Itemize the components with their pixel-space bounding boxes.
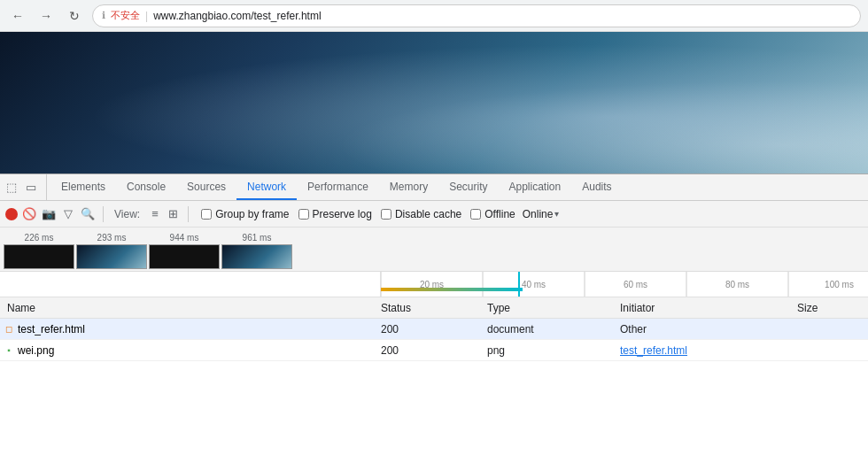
thumbnail-item: 944 ms (149, 233, 220, 269)
timeline-ruler-container: 20 ms 40 ms 60 ms 80 ms 100 ms 120 ms 14… (0, 272, 868, 297)
devtools-panel: ⬚ ▭ Elements Console Sources Network Per… (0, 174, 868, 361)
thumbnail-timestamp: 226 ms (25, 233, 54, 243)
security-label: 不安全 (111, 9, 140, 22)
row-filename: test_refer.html (18, 323, 85, 335)
online-label: Online (523, 208, 554, 220)
view-label: View: (114, 208, 140, 220)
table-header: Name Status Type Initiator Size (0, 297, 868, 319)
offline-label: Offline (484, 208, 515, 220)
group-by-frame-checkbox[interactable] (201, 209, 212, 220)
tab-network[interactable]: Network (236, 174, 297, 200)
thumbnail-timestamp: 944 ms (170, 233, 199, 243)
url-text: www.zhangbiao.com/test_refer.html (153, 10, 321, 22)
offline-group: Offline (470, 208, 515, 220)
online-select[interactable]: Online ▾ (523, 208, 560, 220)
image-file-icon: ▪ (4, 345, 14, 356)
disable-cache-label: Disable cache (395, 208, 461, 220)
row-status-cell: 200 (381, 344, 487, 357)
row-initiator-cell: Other (620, 323, 797, 335)
thumbnail-image (76, 244, 147, 269)
header-status: Status (381, 302, 487, 314)
grid-view-icon[interactable]: ⊞ (165, 206, 181, 222)
timeline-cursor-line (518, 272, 520, 297)
devtools-tabs: ⬚ ▭ Elements Console Sources Network Per… (0, 174, 868, 201)
header-size: Size (797, 302, 868, 314)
record-button[interactable] (5, 208, 18, 220)
back-button[interactable]: ← (7, 5, 28, 27)
preserve-log-checkbox[interactable] (298, 209, 309, 220)
forward-button[interactable]: → (35, 5, 57, 27)
thumbnail-timestamp: 961 ms (243, 233, 272, 243)
devtools-toolbar-icons: ⬚ ▭ (4, 174, 47, 200)
reload-button[interactable]: ↻ (64, 5, 85, 27)
security-icon: ℹ (102, 10, 105, 21)
tab-elements[interactable]: Elements (50, 174, 116, 200)
disable-cache-group: Disable cache (381, 208, 461, 220)
row-status-cell: 200 (381, 323, 487, 335)
tab-application[interactable]: Application (499, 174, 572, 200)
tab-memory[interactable]: Memory (379, 174, 438, 200)
timeline-thumbnails: 226 ms 293 ms 944 ms 961 ms (0, 228, 868, 272)
row-filename: wei.png (18, 344, 54, 357)
table-row[interactable]: ▪ wei.png 200 png test_refer.html (0, 340, 868, 361)
row-type-cell: document (487, 323, 620, 335)
row-name-cell: ◻ test_refer.html (0, 323, 381, 335)
disable-cache-checkbox[interactable] (381, 209, 391, 220)
thumbnail-group: 226 ms 293 ms 944 ms 961 ms (0, 233, 296, 269)
address-bar[interactable]: ℹ 不安全 | www.zhangbiao.com/test_refer.htm… (92, 4, 861, 27)
thumbnail-item: 961 ms (221, 233, 292, 269)
url-divider: | (145, 10, 148, 22)
browser-toolbar: ← → ↻ ℹ 不安全 | www.zhangbiao.com/test_ref… (0, 0, 868, 32)
thumbnail-item: 293 ms (76, 233, 147, 269)
network-table: Name Status Type Initiator Size ◻ test_r… (0, 297, 868, 361)
offline-checkbox[interactable] (470, 209, 481, 220)
page-content (0, 32, 868, 174)
group-by-frame-group: Group by frame (201, 208, 289, 220)
separator-1 (103, 206, 104, 222)
group-by-frame-label: Group by frame (215, 208, 289, 220)
device-icon[interactable]: ▭ (23, 180, 39, 196)
filter-icon[interactable]: ▽ (60, 206, 76, 222)
thumbnail-timestamp: 293 ms (97, 233, 127, 243)
html-file-icon: ◻ (4, 324, 14, 335)
header-initiator: Initiator (620, 302, 797, 314)
timeline-ruler: 20 ms 40 ms 60 ms 80 ms 100 ms 120 ms 14… (381, 272, 868, 297)
thumbnail-image (149, 244, 220, 269)
preserve-log-label: Preserve log (313, 208, 372, 220)
view-icons: ≡ ⊞ (147, 206, 181, 222)
inspect-icon[interactable]: ⬚ (4, 180, 19, 196)
network-toolbar: 🚫 📷 ▽ 🔍 View: ≡ ⊞ Group by frame Preserv… (0, 201, 868, 228)
camera-icon[interactable]: 📷 (41, 206, 57, 222)
header-type: Type (487, 302, 620, 314)
tab-console[interactable]: Console (116, 174, 176, 200)
tab-sources[interactable]: Sources (176, 174, 236, 200)
ruler-spacer (0, 272, 381, 297)
thumbnail-image (4, 244, 74, 269)
search-icon[interactable]: 🔍 (80, 206, 96, 222)
ruler-mark: 60 ms (585, 280, 686, 289)
dropdown-arrow-icon: ▾ (554, 209, 559, 219)
timeline-progress-bar (381, 288, 523, 291)
separator-2 (188, 206, 189, 222)
thumbnail-image (221, 244, 292, 269)
clear-icon[interactable]: 🚫 (21, 206, 37, 222)
list-view-icon[interactable]: ≡ (147, 206, 163, 222)
ruler-mark: 100 ms (788, 280, 868, 289)
row-type-cell: png (487, 344, 620, 357)
header-name: Name (0, 302, 381, 314)
preserve-log-group: Preserve log (298, 208, 372, 220)
thumbnail-item: 226 ms (4, 233, 74, 269)
ruler-mark: 80 ms (686, 280, 788, 289)
row-name-cell: ▪ wei.png (0, 344, 381, 357)
table-row[interactable]: ◻ test_refer.html 200 document Other (0, 319, 868, 340)
tab-performance[interactable]: Performance (297, 174, 379, 200)
row-initiator-cell[interactable]: test_refer.html (620, 344, 797, 357)
tab-security[interactable]: Security (438, 174, 498, 200)
tab-audits[interactable]: Audits (571, 174, 622, 200)
